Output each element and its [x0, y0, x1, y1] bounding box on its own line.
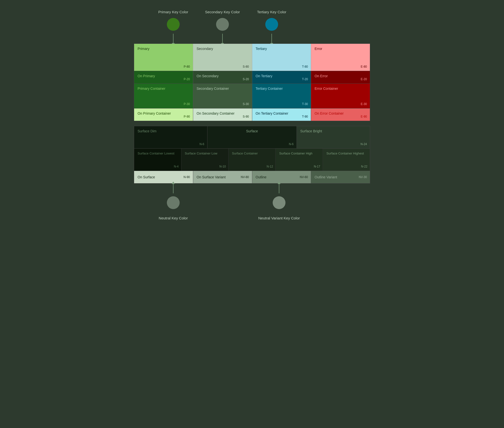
error-code: E-80 [361, 65, 367, 68]
secondary-container-code: S-30 [243, 102, 249, 106]
primary-key-color-item: Primary Key Color [149, 10, 198, 44]
tertiary-swatch: Tertiary T-80 [252, 44, 311, 71]
on-primary-label: On Primary [138, 74, 189, 78]
sc-lowest-label: Surface Container Lowest [138, 152, 178, 155]
on-tertiary-container-code: T-90 [302, 115, 308, 118]
error-label: Error [315, 47, 366, 51]
secondary-code: S-80 [243, 65, 249, 68]
on-secondary-container-swatch: On Secondary Container S-90 [193, 108, 252, 121]
swatch-row-2: On Primary P-20 On Secondary S-20 On Ter… [134, 71, 370, 84]
sc-high-label: Surface Container High [279, 152, 319, 155]
sc-high-code: N-17 [314, 165, 320, 168]
on-surface-code: N-90 [184, 175, 190, 179]
on-secondary-container-label: On Secondary Container [197, 111, 249, 115]
outline-variant-code: NV-30 [359, 175, 367, 179]
secondary-label: Secondary [197, 47, 249, 51]
on-primary-container-swatch: On Primary Container P-90 [134, 108, 193, 121]
error-swatch: Error E-80 [311, 44, 370, 71]
surface-bright-cell: Surface Bright N-24 [297, 126, 370, 148]
sc-highest-label: Surface Container Highest [326, 152, 366, 155]
on-surface-variant-label: On Surface Variant [197, 175, 226, 179]
on-surface-variant-code: NV-80 [241, 175, 249, 179]
error-container-code: E-30 [361, 102, 367, 106]
surface-bright-code: N-24 [361, 142, 367, 146]
tertiary-label: Tertiary [256, 47, 308, 51]
sc-lowest-code: N-4 [174, 165, 178, 168]
outline-cell: Outline NV-60 [252, 171, 311, 183]
swatch-row-4: On Primary Container P-90 On Secondary C… [134, 108, 370, 121]
sc-mid-cell: Surface Container N-12 [228, 149, 276, 171]
surface-bright-label: Surface Bright [300, 129, 366, 133]
on-error-label: On Error [315, 74, 366, 78]
secondary-arrow-down [222, 34, 223, 44]
surface-dim-label: Surface Dim [138, 129, 204, 133]
on-secondary-label: On Secondary [197, 74, 249, 78]
sc-low-code: N-10 [220, 165, 226, 168]
tertiary-key-label: Tertiary Key Color [257, 10, 286, 14]
on-error-container-label: On Error Container [315, 111, 366, 115]
on-error-code: E-20 [361, 77, 367, 81]
on-tertiary-label: On Tertiary [256, 74, 308, 78]
page-container: Primary Key Color Secondary Key Color Te… [134, 10, 370, 220]
tertiary-container-code: T-30 [302, 102, 308, 106]
on-primary-code: P-20 [184, 77, 190, 81]
on-tertiary-container-swatch: On Tertiary Container T-90 [252, 108, 311, 121]
sc-highest-cell: Surface Container Highest N-22 [323, 149, 370, 171]
primary-key-circle [167, 18, 180, 31]
tertiary-key-circle [265, 18, 278, 31]
surface-dim-cell: Surface Dim N-6 [134, 126, 207, 148]
outline-code: NV-60 [300, 175, 308, 179]
surface-label: Surface [246, 129, 258, 133]
primary-swatch: Primary P-80 [134, 44, 193, 71]
outline-label: Outline [256, 175, 267, 179]
on-secondary-container-code: S-90 [243, 115, 249, 118]
primary-container-code: P-30 [184, 102, 190, 106]
on-tertiary-swatch: On Tertiary T-20 [252, 71, 311, 83]
outline-variant-cell: Outline Variant NV-30 [311, 171, 370, 183]
primary-arrow-down [173, 34, 173, 44]
primary-code: P-80 [184, 65, 190, 68]
neutral-key-label: Neutral Key Color [159, 216, 188, 220]
tertiary-code: T-80 [302, 65, 308, 68]
sc-mid-label: Surface Container [232, 152, 272, 155]
neutral-variant-arrow-up [279, 183, 279, 193]
swatch-row-1: Primary P-80 Secondary S-80 Tertiary T-8… [134, 44, 370, 71]
on-error-container-swatch: On Error Container E-90 [311, 108, 370, 121]
on-tertiary-container-label: On Tertiary Container [256, 111, 308, 115]
tertiary-arrow-down [271, 34, 272, 44]
neutral-key-circle [167, 196, 180, 209]
sc-low-cell: Surface Container Low N-10 [181, 149, 228, 171]
surface-row: Surface Dim N-6 Surface N-6 Surface Brig… [134, 126, 370, 149]
neutral-variant-key-label: Neutral Variant Key Color [258, 216, 300, 220]
primary-container-swatch: Primary Container P-30 [134, 84, 193, 108]
swatch-row-3: Primary Container P-30 Secondary Contain… [134, 84, 370, 108]
on-primary-swatch: On Primary P-20 [134, 71, 193, 83]
surface-main-cell: Surface N-6 [207, 126, 297, 148]
neutral-key-item: Neutral Key Color [149, 183, 198, 220]
sc-low-label: Surface Container Low [185, 152, 225, 155]
sc-highest-code: N-22 [361, 165, 367, 168]
main-wrapper: Primary Key Color Secondary Key Color Te… [134, 10, 370, 220]
on-surface-label: On Surface [138, 175, 155, 179]
surface-containers-row: Surface Container Lowest N-4 Surface Con… [134, 149, 370, 171]
bottom-key-colors: Neutral Key Color Neutral Variant Key Co… [134, 183, 370, 220]
on-error-container-code: E-90 [361, 115, 367, 118]
surface-dim-code: N-6 [200, 142, 204, 146]
on-surface-cell: On Surface N-90 [134, 171, 193, 183]
secondary-key-circle [216, 18, 229, 31]
tertiary-key-color-item: Tertiary Key Color [247, 10, 296, 44]
primary-container-label: Primary Container [138, 87, 189, 91]
on-secondary-code: S-20 [243, 77, 249, 81]
outline-variant-label: Outline Variant [315, 175, 337, 179]
tertiary-container-swatch: Tertiary Container T-30 [252, 84, 311, 108]
surface-main-code: N-6 [289, 142, 294, 146]
neutral-variant-key-circle [273, 196, 285, 209]
secondary-container-label: Secondary Container [197, 87, 249, 91]
sc-mid-code: N-12 [267, 165, 273, 168]
primary-key-label: Primary Key Color [158, 10, 188, 14]
on-surface-row: On Surface N-90 On Surface Variant NV-80… [134, 171, 370, 183]
key-colors-row: Primary Key Color Secondary Key Color Te… [134, 10, 370, 44]
secondary-key-label: Secondary Key Color [205, 10, 240, 14]
tertiary-container-label: Tertiary Container [256, 87, 308, 91]
on-secondary-swatch: On Secondary S-20 [193, 71, 252, 83]
